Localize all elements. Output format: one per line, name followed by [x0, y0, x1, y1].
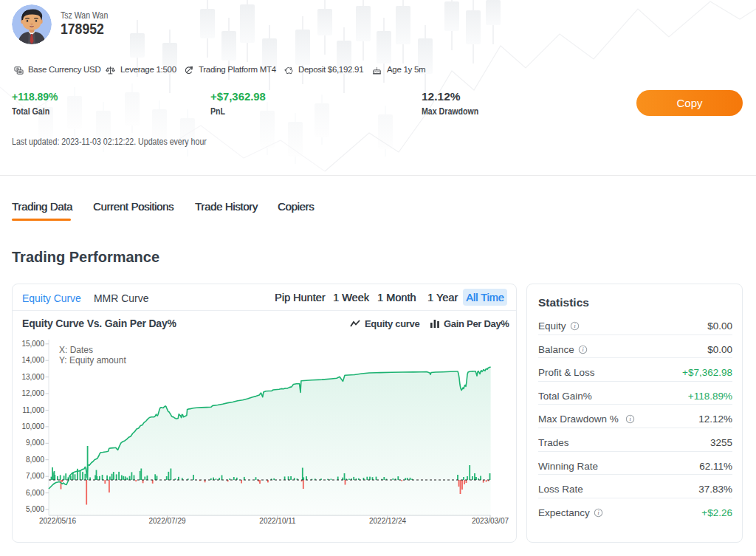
svg-text:2022/05/16: 2022/05/16	[39, 517, 76, 525]
svg-text:14,000: 14,000	[21, 356, 44, 364]
svg-text:8,000: 8,000	[26, 456, 44, 464]
svg-text:15,000: 15,000	[21, 340, 44, 348]
svg-text:6,000: 6,000	[26, 489, 44, 497]
svg-text:i: i	[629, 416, 630, 423]
svg-text:i: i	[582, 346, 583, 353]
svg-text:2022/07/29: 2022/07/29	[148, 517, 185, 525]
svg-text:Y: Equity amount: Y: Equity amount	[59, 355, 126, 365]
svg-text:2022/12/24: 2022/12/24	[369, 517, 406, 525]
svg-text:i: i	[597, 509, 599, 516]
svg-text:2022/10/11: 2022/10/11	[259, 517, 296, 525]
svg-text:12,000: 12,000	[21, 389, 44, 397]
svg-text:9,000: 9,000	[26, 439, 44, 447]
svg-text:X: Dates: X: Dates	[59, 345, 93, 355]
svg-text:2023/03/07: 2023/03/07	[472, 517, 509, 525]
svg-text:7,000: 7,000	[26, 472, 44, 480]
svg-text:5,000: 5,000	[26, 505, 44, 513]
svg-text:11,000: 11,000	[22, 406, 44, 414]
svg-text:i: i	[574, 323, 575, 329]
svg-text:13,000: 13,000	[21, 373, 44, 381]
svg-text:10,000: 10,000	[21, 422, 44, 430]
